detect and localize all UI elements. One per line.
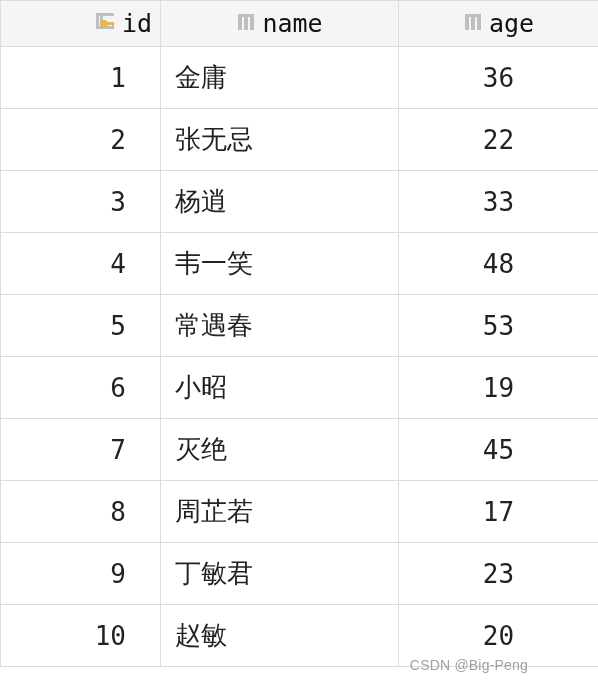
cell-name[interactable]: 韦一笑 [161,233,399,295]
table-row[interactable]: 6小昭19 [1,357,599,419]
table-body: 1金庸36 2张无忌22 3杨逍33 4韦一笑48 5常遇春53 6小昭19 7… [1,47,599,667]
column-header-age[interactable]: age [399,1,599,47]
column-header-id[interactable]: id [1,1,161,47]
column-icon [463,9,483,38]
cell-age[interactable]: 23 [399,543,599,605]
table-row[interactable]: 5常遇春53 [1,295,599,357]
cell-id[interactable]: 4 [1,233,161,295]
table-row[interactable]: 2张无忌22 [1,109,599,171]
cell-name[interactable]: 杨逍 [161,171,399,233]
svg-rect-6 [112,22,114,27]
result-table: id name [0,0,598,667]
cell-id[interactable]: 10 [1,605,161,667]
cell-id[interactable]: 8 [1,481,161,543]
cell-id[interactable]: 9 [1,543,161,605]
cell-age[interactable]: 33 [399,171,599,233]
column-header-label: name [262,9,322,38]
cell-name[interactable]: 赵敏 [161,605,399,667]
column-header-label: id [122,9,152,38]
table-row[interactable]: 8周芷若17 [1,481,599,543]
cell-id[interactable]: 1 [1,47,161,109]
table-row[interactable]: 9丁敏君23 [1,543,599,605]
table-row[interactable]: 3杨逍33 [1,171,599,233]
table-row[interactable]: 4韦一笑48 [1,233,599,295]
table-header-row: id name [1,1,599,47]
cell-name[interactable]: 灭绝 [161,419,399,481]
cell-name[interactable]: 周芷若 [161,481,399,543]
svg-rect-10 [238,14,254,17]
cell-age[interactable]: 48 [399,233,599,295]
cell-id[interactable]: 3 [1,171,161,233]
cell-id[interactable]: 2 [1,109,161,171]
cell-name[interactable]: 张无忌 [161,109,399,171]
cell-id[interactable]: 5 [1,295,161,357]
cell-id[interactable]: 6 [1,357,161,419]
cell-age[interactable]: 36 [399,47,599,109]
table-row[interactable]: 7灭绝45 [1,419,599,481]
column-header-label: age [489,9,534,38]
cell-age[interactable]: 45 [399,419,599,481]
cell-age[interactable]: 19 [399,357,599,419]
primary-key-icon [94,9,116,38]
cell-name[interactable]: 小昭 [161,357,399,419]
cell-age[interactable]: 22 [399,109,599,171]
cell-id[interactable]: 7 [1,419,161,481]
cell-age[interactable]: 17 [399,481,599,543]
cell-name[interactable]: 金庸 [161,47,399,109]
cell-name[interactable]: 常遇春 [161,295,399,357]
svg-rect-14 [465,14,481,17]
table-row[interactable]: 1金庸36 [1,47,599,109]
column-header-name[interactable]: name [161,1,399,47]
watermark-text: CSDN @Big-Peng [410,657,528,673]
cell-name[interactable]: 丁敏君 [161,543,399,605]
svg-rect-2 [96,13,114,16]
cell-age[interactable]: 53 [399,295,599,357]
column-icon [236,9,256,38]
